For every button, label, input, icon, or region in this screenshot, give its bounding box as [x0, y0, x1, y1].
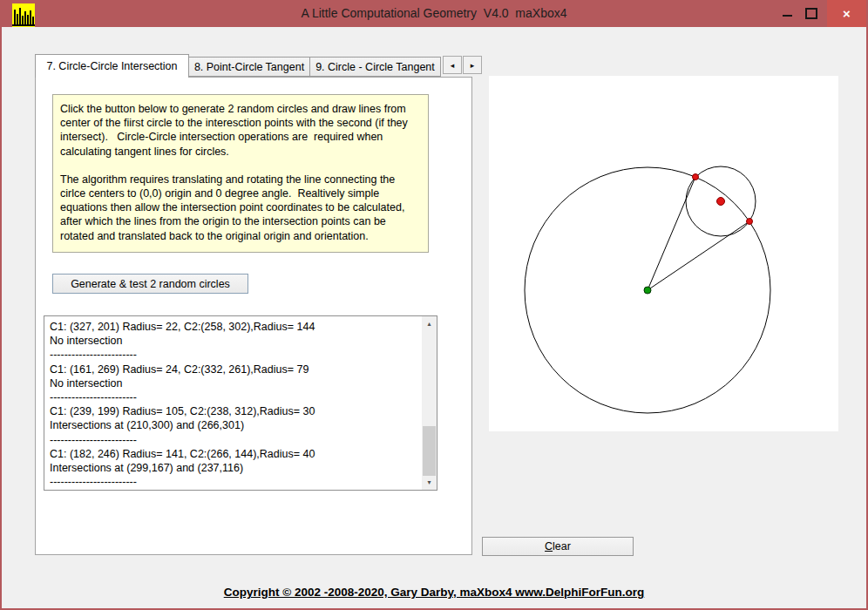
memo-line: C1: (161, 269) Radius= 24, C2:(332, 261)… [50, 363, 417, 376]
intersection-dot-2 [747, 219, 753, 225]
memo-line: Intersections at (299,167) and (237,116) [50, 461, 417, 475]
maximize-button[interactable] [799, 0, 824, 27]
scrollbar-thumb[interactable] [423, 426, 436, 476]
memo-line: ------------------------ [50, 348, 417, 362]
tab-scroll-left-button[interactable]: ◂ [443, 56, 462, 74]
scroll-up-button[interactable]: ▴ [422, 316, 437, 331]
tab-circle-circle-tangent[interactable]: 9. Circle - Circle Tangent [309, 57, 441, 77]
arrow-left-icon: ◂ [451, 61, 455, 70]
geometry-svg [489, 76, 838, 431]
memo-line: No intersection [50, 334, 417, 348]
close-button[interactable]: × [827, 0, 866, 27]
memo-line: C1: (239, 199) Radius= 105, C2:(238, 312… [50, 404, 417, 418]
clear-button-label: Clear [545, 540, 571, 552]
minimize-icon [783, 15, 792, 17]
memo-line: No intersection [50, 376, 417, 390]
results-memo[interactable]: C1: (327, 201) Radius= 22, C2:(258, 302)… [44, 315, 437, 491]
intersection-line [648, 221, 749, 290]
tab-label: 8. Point-Circle Tangent [194, 61, 304, 73]
instructions-panel: Click the button below to generate 2 ran… [52, 94, 429, 253]
memo-line: Intersections at (210,300) and (266,301) [50, 418, 417, 432]
close-icon: × [843, 0, 851, 27]
app-icon [12, 3, 35, 27]
memo-line: ------------------------ [50, 475, 417, 489]
generate-circles-button[interactable]: Generate & test 2 random circles [52, 274, 248, 294]
window-border-left [0, 27, 2, 610]
tab-label: 7. Circle-Circle Intersection [46, 60, 177, 72]
instructions-paragraph-1: Click the button below to generate 2 ran… [60, 102, 421, 159]
generate-button-label: Generate & test 2 random circles [71, 278, 230, 290]
window-title: A Little Computational Geometry V4.0 maX… [0, 0, 868, 27]
intersection-dot-1 [693, 174, 699, 180]
maximize-icon [805, 8, 817, 19]
intersection-line [648, 177, 695, 290]
tab-point-circle-tangent[interactable]: 8. Point-Circle Tangent [188, 57, 310, 77]
title-bar[interactable]: A Little Computational Geometry V4.0 maX… [0, 0, 868, 27]
clear-button[interactable]: Clear [482, 537, 634, 556]
memo-scrollbar[interactable]: ▴ ▾ [422, 316, 437, 490]
minimize-button[interactable] [775, 0, 799, 27]
tab-scroll-right-button[interactable]: ▸ [463, 56, 482, 74]
chevron-down-icon: ▾ [427, 478, 431, 486]
memo-line: C1: (327, 201) Radius= 22, C2:(258, 302)… [50, 320, 417, 334]
app-window: A Little Computational Geometry V4.0 maX… [0, 0, 868, 610]
c2-center-dot [717, 198, 725, 206]
copyright-link[interactable]: Copyright © 2002 -2008-2020, Gary Darby,… [224, 586, 645, 599]
tab-label: 9. Circle - Circle Tangent [315, 61, 435, 73]
arrow-right-icon: ▸ [471, 61, 475, 70]
memo-line: ------------------------ [50, 390, 417, 404]
chevron-up-icon: ▴ [427, 320, 431, 328]
results-lines: C1: (327, 201) Radius= 22, C2:(258, 302)… [44, 316, 422, 490]
tab-circle-circle-intersection[interactable]: 7. Circle-Circle Intersection [35, 54, 189, 78]
memo-line: C1: (182, 246) Radius= 141, C2:(266, 144… [50, 447, 417, 461]
instructions-paragraph-2: The algorithm requires translating and r… [60, 173, 421, 243]
geometry-canvas [489, 76, 838, 431]
scroll-down-button[interactable]: ▾ [422, 475, 437, 490]
memo-line: ------------------------ [50, 433, 417, 447]
footer: Copyright © 2002 -2008-2020, Gary Darby,… [0, 584, 868, 600]
c1-center-dot [644, 287, 651, 294]
